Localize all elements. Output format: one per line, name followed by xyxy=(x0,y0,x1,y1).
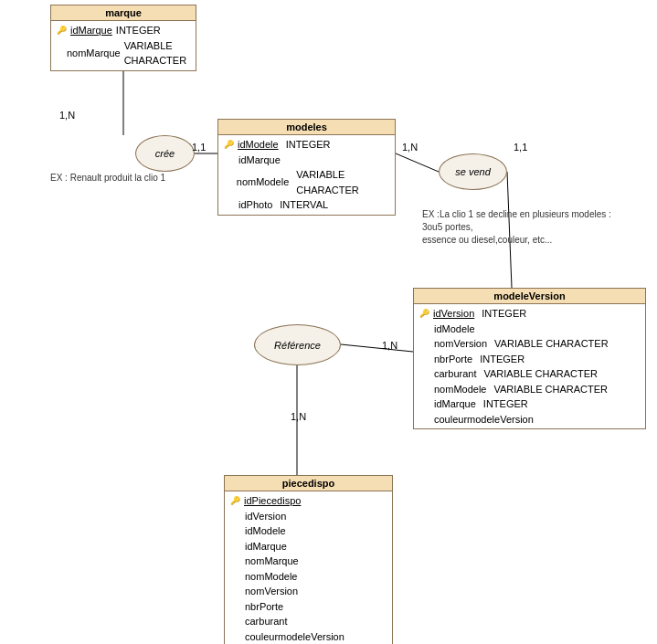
relation-cree: crée xyxy=(135,135,195,172)
cardinality-11-cree-modeles: 1,1 xyxy=(192,142,206,153)
relation-cree-label: crée xyxy=(155,148,175,159)
field-type: INTEGER xyxy=(480,352,525,367)
field-type: VARIABLE CHARACTER xyxy=(296,167,389,197)
field-name: nomMarque xyxy=(67,46,121,61)
field-type: VARIABLE CHARACTER xyxy=(124,38,190,69)
entity-modeles-title: modeles xyxy=(218,120,395,135)
pk-icon: 🔑 xyxy=(224,139,234,152)
entity-mv-row-1: idModele xyxy=(419,322,640,337)
entity-modeles-row-1: idMarque xyxy=(224,153,389,168)
field-name: nomMarque xyxy=(245,554,299,569)
note-clio: EX :La clio 1 se decline en plusieurs mo… xyxy=(422,208,611,247)
svg-line-4 xyxy=(341,344,413,352)
entity-modeleversion-title: modeleVersion xyxy=(414,289,645,304)
field-name: nomVersion xyxy=(434,336,487,352)
relation-sevend-label: se vend xyxy=(455,166,491,177)
pk-icon: 🔑 xyxy=(57,25,67,37)
field-type: VARIABLE CHARACTER xyxy=(493,382,608,397)
entity-mv-row-7: couleurmodeleVersion xyxy=(419,412,640,428)
field-name: nomModele xyxy=(434,382,486,397)
field-name: idMarque xyxy=(245,539,287,554)
field-name: carburant xyxy=(434,366,476,382)
entity-mv-row-4: carburant VARIABLE CHARACTER xyxy=(419,366,640,382)
field-name: idModele xyxy=(238,137,279,153)
cardinality-1n-marque-cree: 1,N xyxy=(59,110,75,121)
entity-pd-row-4: nomMarque xyxy=(230,554,387,569)
cardinality-1n-ref-mv: 1,N xyxy=(382,340,397,351)
entity-mv-row-6: idMarque INTEGER xyxy=(419,396,640,412)
entity-pd-row-6: nomVersion xyxy=(230,584,387,599)
field-name: nomVersion xyxy=(245,584,298,599)
entity-marque: marque 🔑 idMarque INTEGER nomMarque VARI… xyxy=(50,5,196,71)
field-name: idPiecedispo xyxy=(244,493,301,509)
relation-reference-label: Référence xyxy=(274,340,321,351)
field-name: idMarque xyxy=(434,396,476,412)
field-name: idMarque xyxy=(238,153,281,168)
field-type: INTERVAL xyxy=(280,197,328,213)
entity-modeleversion-body: 🔑 idVersion INTEGER idModele nomVersion … xyxy=(414,304,645,428)
field-name: couleurmodeleVersion xyxy=(245,629,344,645)
entity-marque-row-1: nomMarque VARIABLE CHARACTER xyxy=(57,38,190,69)
entity-marque-title: marque xyxy=(51,5,196,21)
entity-modeleversion: modeleVersion 🔑 idVersion INTEGER idMode… xyxy=(413,288,646,429)
field-type: INTEGER xyxy=(482,306,526,322)
entity-piecedispo: piecedispo 🔑 idPiecedispo idVersion idMo… xyxy=(224,475,393,644)
entity-marque-body: 🔑 idMarque INTEGER nomMarque VARIABLE CH… xyxy=(51,21,196,70)
entity-pd-row-1: idVersion xyxy=(230,509,387,524)
entity-mv-row-5: nomModele VARIABLE CHARACTER xyxy=(419,382,640,397)
relation-reference: Référence xyxy=(254,324,341,365)
field-name: nomModele xyxy=(237,174,289,190)
cardinality-11-sevend-mv: 1,1 xyxy=(514,142,527,153)
diagram-canvas: marque 🔑 idMarque INTEGER nomMarque VARI… xyxy=(0,0,657,644)
field-type: INTEGER xyxy=(116,23,161,38)
entity-mv-row-2: nomVersion VARIABLE CHARACTER xyxy=(419,336,640,352)
pk-icon: 🔑 xyxy=(419,308,429,321)
field-type: INTEGER xyxy=(483,396,528,412)
pk-icon: 🔑 xyxy=(230,495,240,508)
entity-modeles: modeles 🔑 idModele INTEGER idMarque nomM… xyxy=(217,119,396,216)
entity-modeles-row-3: idPhoto INTERVAL xyxy=(224,197,389,213)
cardinality-1n-modeles-sevend: 1,N xyxy=(402,142,418,153)
field-name: idModele xyxy=(245,523,286,539)
entity-mv-row-0: 🔑 idVersion INTEGER xyxy=(419,306,640,322)
field-name: nbrPorte xyxy=(434,352,472,367)
field-name: idModele xyxy=(434,322,475,337)
entity-pd-row-5: nomModele xyxy=(230,569,387,585)
entity-pd-row-7: nbrPorte xyxy=(230,599,387,615)
field-name: nomModele xyxy=(245,569,297,585)
entity-pd-row-2: idModele xyxy=(230,523,387,539)
field-name: idVersion xyxy=(245,509,286,524)
field-name: idPhoto xyxy=(238,197,272,213)
svg-line-2 xyxy=(396,153,439,172)
field-type: INTEGER xyxy=(286,137,331,153)
entity-pd-row-8: carburant xyxy=(230,614,387,629)
entity-modeles-row-0: 🔑 idModele INTEGER xyxy=(224,137,389,153)
cardinality-1n-ref-pd: 1,N xyxy=(291,411,306,422)
field-name: carburant xyxy=(245,614,287,629)
field-name: couleurmodeleVersion xyxy=(434,412,534,428)
entity-marque-row-0: 🔑 idMarque INTEGER xyxy=(57,23,190,38)
note-renault: EX : Renault produit la clio 1 xyxy=(50,172,165,185)
entity-piecedispo-body: 🔑 idPiecedispo idVersion idModele idMarq… xyxy=(225,491,392,644)
entity-pd-row-9: couleurmodeleVersion xyxy=(230,629,387,645)
field-type: VARIABLE CHARACTER xyxy=(483,366,598,382)
entity-modeles-row-2: nomModele VARIABLE CHARACTER xyxy=(224,167,389,197)
entity-pd-row-0: 🔑 idPiecedispo xyxy=(230,493,387,509)
entity-modeles-body: 🔑 idModele INTEGER idMarque nomModele VA… xyxy=(218,135,395,215)
field-name: idVersion xyxy=(433,306,474,322)
relation-sevend: se vend xyxy=(439,153,507,190)
field-name: idMarque xyxy=(70,23,112,38)
field-name: nbrPorte xyxy=(245,599,283,615)
entity-piecedispo-title: piecedispo xyxy=(225,476,392,491)
entity-pd-row-3: idMarque xyxy=(230,539,387,554)
field-type: VARIABLE CHARACTER xyxy=(494,336,609,352)
entity-mv-row-3: nbrPorte INTEGER xyxy=(419,352,640,367)
